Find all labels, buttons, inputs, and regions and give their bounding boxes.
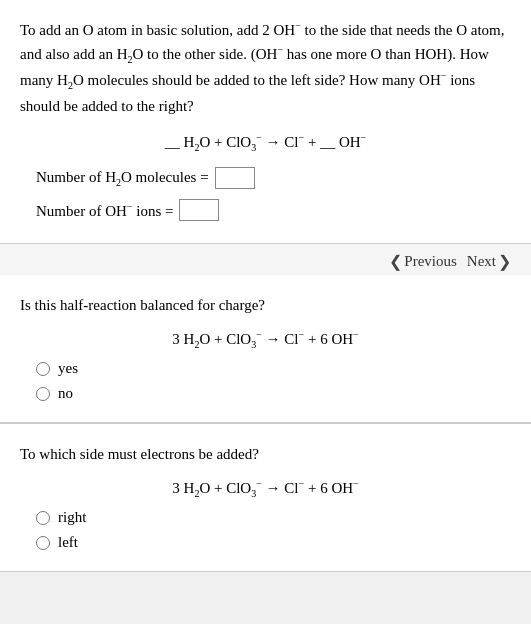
next-button[interactable]: Next ❯: [467, 252, 511, 271]
oh-input[interactable]: [179, 199, 219, 221]
h2o-label: Number of H2O molecules =: [36, 169, 209, 188]
right-radio[interactable]: [36, 511, 50, 525]
equation-1: __ H2O + ClO3− → Cl− + __ OH−: [20, 132, 511, 153]
section1-paragraph: To add an O atom in basic solution, add …: [20, 18, 511, 118]
section2-yes-row[interactable]: yes: [36, 360, 511, 377]
section-1: To add an O atom in basic solution, add …: [0, 0, 531, 244]
left-radio[interactable]: [36, 536, 50, 550]
equation-3: 3 H2O + ClO3− → Cl− + 6 OH−: [20, 478, 511, 499]
section-2: Is this half-reaction balanced for charg…: [0, 275, 531, 423]
left-label: left: [58, 534, 78, 551]
next-label: Next: [467, 253, 496, 270]
no-label: no: [58, 385, 73, 402]
no-radio[interactable]: [36, 387, 50, 401]
navigation-row: ❮ Previous Next ❯: [0, 244, 531, 275]
section2-no-row[interactable]: no: [36, 385, 511, 402]
section3-question: To which side must electrons be added?: [20, 442, 511, 466]
oh-label: Number of OH− ions =: [36, 201, 173, 220]
chevron-left-icon: ❮: [389, 252, 402, 271]
yes-label: yes: [58, 360, 78, 377]
section2-question: Is this half-reaction balanced for charg…: [20, 293, 511, 317]
h2o-input[interactable]: [215, 167, 255, 189]
h2o-field-row: Number of H2O molecules =: [36, 167, 511, 189]
chevron-right-icon: ❯: [498, 252, 511, 271]
section3-right-row[interactable]: right: [36, 509, 511, 526]
previous-button[interactable]: ❮ Previous: [389, 252, 457, 271]
yes-radio[interactable]: [36, 362, 50, 376]
equation-2: 3 H2O + ClO3− → Cl− + 6 OH−: [20, 329, 511, 350]
previous-label: Previous: [404, 253, 457, 270]
oh-field-row: Number of OH− ions =: [36, 199, 511, 221]
section-3: To which side must electrons be added? 3…: [0, 424, 531, 572]
section3-left-row[interactable]: left: [36, 534, 511, 551]
right-label: right: [58, 509, 86, 526]
